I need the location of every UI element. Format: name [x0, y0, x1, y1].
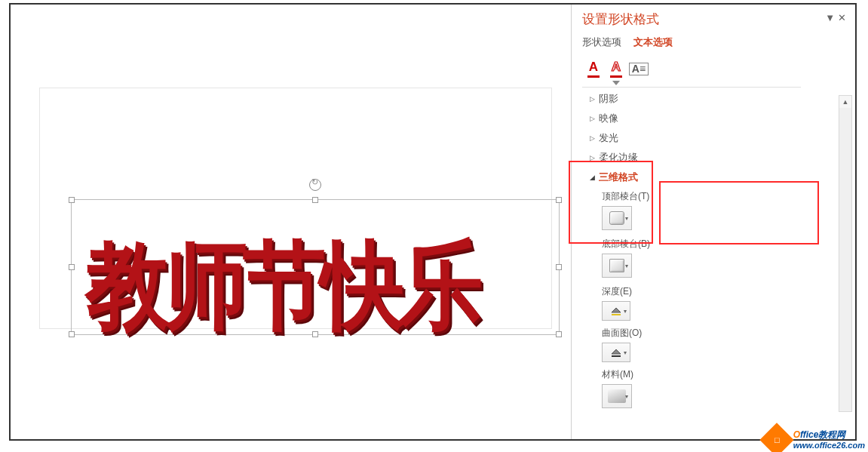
format3d-group: 顶部棱台(T) ▾ 底部棱台(B) ▾ 深度(E) ▾ 曲面图(O) ▾ 材料(…	[582, 190, 855, 408]
depth-color-picker[interactable]: ▾	[602, 301, 630, 321]
resize-handle[interactable]	[69, 197, 75, 203]
resize-handle[interactable]	[312, 197, 318, 203]
resize-handle[interactable]	[69, 264, 75, 270]
bottom-bevel-picker[interactable]: ▾	[602, 254, 632, 278]
text-effects-icon[interactable]: A	[605, 55, 627, 82]
panel-scrollbar[interactable]: ▲	[839, 95, 852, 412]
section-reflection[interactable]: ▷映像	[582, 109, 855, 128]
section-3d-format[interactable]: ◢三维格式	[582, 168, 855, 187]
depth-label: 深度(E)	[602, 285, 855, 298]
rotate-handle-icon[interactable]	[309, 179, 321, 191]
tab-shape-options[interactable]: 形状选项	[582, 35, 621, 49]
app-frame: 教师节快乐 ▼ ✕ 设置形状格式 形状选项 文本选项 A A A≡ ▷阴影 ▷映…	[9, 3, 857, 441]
section-softedge[interactable]: ▷柔化边缘	[582, 148, 855, 168]
panel-title: 设置形状格式	[582, 11, 855, 28]
panel-close-icon[interactable]: ✕	[838, 12, 846, 23]
separator	[582, 87, 801, 88]
resize-handle[interactable]	[556, 331, 562, 337]
contour-color-picker[interactable]: ▾	[602, 343, 630, 362]
wordart-text[interactable]: 教师节快乐	[86, 223, 478, 352]
resize-handle[interactable]	[556, 264, 562, 270]
material-picker[interactable]: ▾	[602, 384, 632, 408]
textbox-icon[interactable]: A≡	[627, 55, 650, 82]
category-icons: A A A≡	[582, 55, 855, 82]
resize-handle[interactable]	[69, 331, 75, 337]
top-bevel-label: 顶部棱台(T)	[602, 190, 855, 203]
top-bevel-picker[interactable]: ▾	[602, 206, 632, 230]
watermark: □ Office教程网 www.office26.com	[765, 428, 865, 452]
tab-text-options[interactable]: 文本选项	[633, 35, 673, 49]
bottom-bevel-label: 底部棱台(B)	[602, 238, 855, 251]
text-fill-icon[interactable]: A	[582, 55, 605, 82]
panel-dropdown-icon[interactable]: ▼	[825, 12, 835, 23]
resize-handle[interactable]	[556, 197, 562, 203]
panel-tabs: 形状选项 文本选项	[582, 35, 855, 49]
material-label: 材料(M)	[602, 368, 855, 381]
section-shadow[interactable]: ▷阴影	[582, 89, 855, 109]
svg-rect-1	[612, 355, 621, 357]
scroll-up-icon[interactable]: ▲	[839, 96, 851, 108]
contour-label: 曲面图(O)	[602, 327, 855, 340]
section-glow[interactable]: ▷发光	[582, 128, 855, 148]
slide-canvas[interactable]: 教师节快乐	[11, 5, 572, 439]
watermark-badge-icon: □	[759, 423, 793, 452]
format-shape-panel: ▼ ✕ 设置形状格式 形状选项 文本选项 A A A≡ ▷阴影 ▷映像 ▷发光 …	[571, 5, 855, 439]
svg-rect-0	[612, 314, 621, 315]
